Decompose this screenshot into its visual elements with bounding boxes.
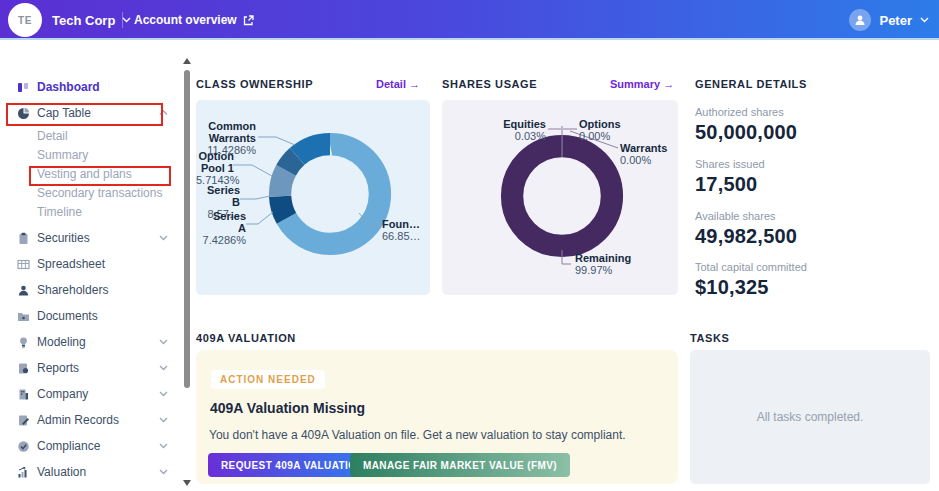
tasks-card: All tasks completed. [690,350,930,484]
general-details-field: Total capital committed $10,325 [695,261,930,299]
sidebar-item-admin-records[interactable]: Admin Records [0,407,182,433]
sidebar-item-label: Securities [37,231,90,245]
sidebar-subitem-label: Secondary transactions [37,186,162,200]
shares-usage-title: SHARES USAGE [442,78,537,90]
shares-usage-summary-link[interactable]: Summary → [610,78,674,90]
shares-usage-donut-chart[interactable] [499,133,625,259]
external-link-icon [243,15,254,26]
check-circle-icon [17,440,30,453]
sidebar-item-label: Shareholders [37,283,108,297]
topbar-divider [122,12,123,28]
sidebar-subitem-label: Summary [37,148,88,162]
general-details-field: Authorized shares 50,000,000 [695,106,930,144]
sidebar-item-label: Compliance [37,439,100,453]
chevron-down-icon [159,235,168,241]
scrollbar-thumb[interactable] [184,70,190,388]
person-icon [17,284,30,297]
link-label: Summary [610,78,660,90]
sidebar-item-label: Documents [37,309,98,323]
user-menu[interactable]: Peter [849,0,929,40]
chevron-down-icon [159,339,168,345]
link-label: Detail [376,78,406,90]
sidebar-item-cap-table[interactable]: Cap Table [0,100,182,126]
sidebar-item-valuation[interactable]: Valuation [0,459,182,485]
sidebar-nav: Dashboard Cap Table Detail Summary Vesti… [0,42,182,491]
chevron-down-icon [159,469,168,475]
document-pencil-icon [17,414,30,427]
sidebar-item-compliance[interactable]: Compliance [0,433,182,459]
arrow-right-icon: → [409,78,420,90]
valuation-409a-title: 409A VALUATION [196,332,296,344]
chevron-down-icon [159,391,168,397]
user-name-label: Peter [879,13,912,28]
sidebar-item-securities[interactable]: Securities [0,225,182,251]
chevron-down-icon [920,17,929,23]
sidebar-item-reports[interactable]: Reports [0,355,182,381]
sidebar-item-label: Dashboard [37,80,100,94]
sidebar-item-vesting-and-plans[interactable]: Vesting and plans [0,164,182,183]
callout-warrants: Warrants 0.00% [620,142,678,166]
sidebar-item-label: Reports [37,361,79,375]
company-name-label: Tech Corp [52,13,115,28]
account-overview-link[interactable]: Account overview [134,0,254,40]
class-ownership-donut-chart[interactable] [267,131,393,257]
manage-fmv-button[interactable]: MANAGE FAIR MARKET VALUE (FMV) [350,453,570,477]
shares-usage-card: Equities 0.03% Options 0.00% Warrants 0.… [442,100,678,295]
company-logo[interactable]: TE [8,3,42,37]
callout-remaining: Remaining 99.97% [575,252,645,276]
scrollbar-down-arrow[interactable] [183,480,191,486]
sidebar-scrollbar[interactable] [182,58,192,486]
sidebar-item-secondary-transactions[interactable]: Secondary transactions [0,183,182,202]
sidebar-item-modeling[interactable]: Modeling [0,329,182,355]
callout-option-pool-1: Option Pool 1 5.7143% [196,150,234,186]
app-window: TE Tech Corp Account overview Peter [0,0,939,491]
sidebar-item-label: Admin Records [37,413,119,427]
clipboard-icon [17,232,30,245]
sidebar-item-spreadsheet[interactable]: Spreadsheet [0,251,182,277]
sidebar-item-shareholders[interactable]: Shareholders [0,277,182,303]
sidebar-item-documents[interactable]: Documents [0,303,182,329]
sidebar-item-summary[interactable]: Summary [0,145,182,164]
class-ownership-detail-link[interactable]: Detail → [376,78,420,90]
tasks-title: TASKS [690,332,729,344]
report-icon [17,362,30,375]
sidebar-item-label: Modeling [37,335,86,349]
scrollbar-up-arrow[interactable] [183,58,191,64]
callout-founders: Foun… 66.85… [382,218,428,242]
callout-series-a: Series A 7.4286% [196,210,246,246]
building-icon [17,388,30,401]
sidebar-item-detail[interactable]: Detail [0,126,182,145]
folder-icon [17,310,30,323]
valuation-409a-body: You don't have a 409A Valuation on file.… [209,428,626,442]
sidebar-item-label: Valuation [37,465,86,479]
tasks-empty-message: All tasks completed. [690,350,930,484]
sidebar-item-timeline[interactable]: Timeline [0,202,182,221]
sidebar-item-dashboard[interactable]: Dashboard [0,74,182,100]
arrow-right-icon: → [663,78,674,90]
general-details-field: Shares issued 17,500 [695,158,930,196]
chevron-down-icon [159,365,168,371]
class-ownership-card: Common Warrants 11.4286% Option Pool 1 5… [196,100,430,295]
callout-options: Options 0.00% [579,118,637,142]
lightbulb-icon [17,336,30,349]
general-details-title: GENERAL DETAILS [695,78,807,90]
chevron-down-icon [159,417,168,423]
callout-equities: Equities 0.03% [482,118,546,142]
sidebar-subitem-label: Timeline [37,205,82,219]
user-avatar-icon [849,9,871,31]
chevron-up-icon [159,110,168,116]
sidebar-item-company[interactable]: Company [0,381,182,407]
account-overview-label: Account overview [134,13,237,27]
class-ownership-title: CLASS OWNERSHIP [196,78,313,90]
dashboard-icon [17,81,30,94]
sidebar-item-label: Company [37,387,88,401]
valuation-409a-card: ACTION NEEDED 409A Valuation Missing You… [196,350,678,484]
growth-chart-icon [17,466,30,479]
valuation-409a-heading: 409A Valuation Missing [210,400,365,416]
action-needed-badge: ACTION NEEDED [211,370,325,389]
top-bar: TE Tech Corp Account overview Peter [0,0,939,40]
chevron-down-icon [159,443,168,449]
company-switcher[interactable]: Tech Corp [52,0,131,40]
sidebar-item-label: Spreadsheet [37,257,105,271]
sidebar-subitem-label: Vesting and plans [37,167,132,181]
